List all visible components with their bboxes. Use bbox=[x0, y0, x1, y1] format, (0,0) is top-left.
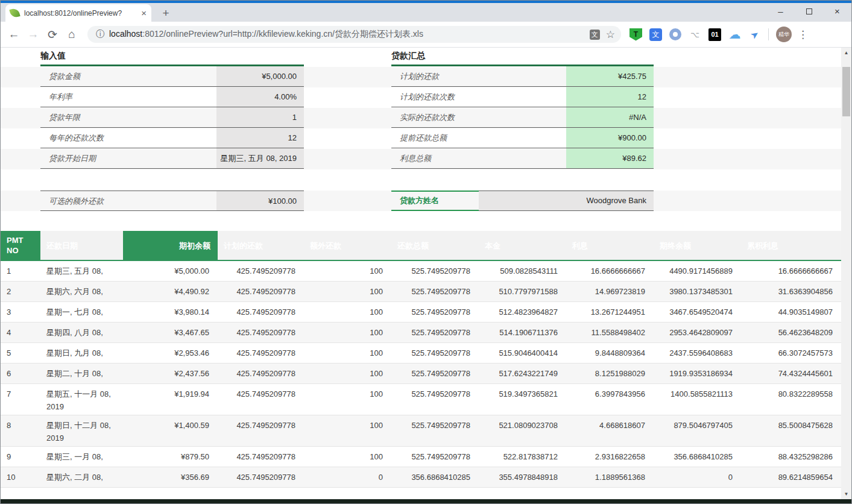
cell: 89.6214859654 bbox=[741, 467, 841, 487]
cell: 356.6868410285 bbox=[654, 447, 741, 467]
lender-row: 贷款方姓名 Woodgrove Bank bbox=[391, 191, 654, 211]
summary-row: 计划的还款¥425.75 bbox=[391, 66, 654, 87]
cell: 5 bbox=[1, 343, 40, 363]
cell: 2.9316822658 bbox=[566, 447, 654, 467]
cell: ¥2,437.56 bbox=[123, 364, 218, 383]
translate-icon[interactable]: 文 bbox=[590, 30, 600, 40]
cell: ¥356.69 bbox=[123, 467, 218, 487]
page-info-icon[interactable]: ⓘ bbox=[96, 29, 104, 40]
cell: 10 bbox=[1, 467, 40, 487]
cell: 425.7495209778 bbox=[218, 364, 304, 383]
cell: 8.1251988029 bbox=[566, 364, 654, 383]
summary-row: 提前还款总额¥900.00 bbox=[391, 128, 654, 148]
cell: 525.7495209778 bbox=[391, 323, 479, 342]
bird-extension-icon[interactable]: ➤ bbox=[746, 25, 763, 43]
table-row: 10星期六, 二月 08, 2020¥356.69425.74952097780… bbox=[1, 467, 841, 488]
back-icon[interactable]: ← bbox=[4, 28, 24, 41]
row-value: ¥89.62 bbox=[566, 148, 654, 168]
row-value: 4.00% bbox=[216, 87, 304, 107]
tab-close-icon[interactable]: × bbox=[141, 8, 147, 18]
column-header: 期初余额 bbox=[123, 231, 218, 260]
maximize-button[interactable] bbox=[795, 1, 823, 22]
sitemap-extension-icon[interactable]: ⌥ bbox=[689, 28, 701, 41]
cell: 0 bbox=[654, 467, 741, 487]
table-row: 1星期三, 五月 08, 2019¥5,000.00425.7495209778… bbox=[1, 261, 841, 282]
window-controls: – × bbox=[766, 1, 851, 22]
profile-avatar[interactable]: 精华 bbox=[776, 27, 792, 42]
cell: 3 bbox=[1, 302, 40, 322]
toolbar-separator bbox=[768, 28, 769, 40]
cell: 2953.4642809097 bbox=[654, 323, 741, 342]
scrollbar-thumb[interactable] bbox=[842, 67, 850, 116]
lender-label: 贷款方姓名 bbox=[391, 191, 479, 211]
browser-window: localhost:8012/onlinePreview? × + – × ← … bbox=[0, 0, 852, 504]
cloud-extension-icon[interactable]: ☁ bbox=[728, 28, 741, 41]
home-icon[interactable]: ⌂ bbox=[62, 28, 81, 41]
cell: 355.4978848918 bbox=[479, 467, 566, 487]
cell: 2 bbox=[1, 282, 40, 301]
forward-icon[interactable]: → bbox=[24, 28, 43, 41]
summary-row: 实际的还款次数#N/A bbox=[391, 107, 654, 128]
table-row: 9星期三, 一月 08, 2020¥879.50425.749520977810… bbox=[1, 447, 841, 467]
cell: 13.2671244951 bbox=[566, 302, 654, 322]
kkfileview-leaf-favicon bbox=[9, 7, 20, 18]
cell: ¥1,400.59 bbox=[123, 415, 218, 446]
cell: 9.8448809364 bbox=[566, 343, 654, 363]
summary-row: 每年的还款次数12 bbox=[40, 128, 304, 148]
cell: 4.668618607 bbox=[566, 415, 654, 446]
cell: 525.7495209778 bbox=[391, 364, 479, 383]
cell: 517.6243221749 bbox=[479, 364, 566, 383]
minimize-button[interactable]: – bbox=[766, 1, 795, 22]
table-row: 3星期一, 七月 08, 2019¥3,980.14425.7495209778… bbox=[1, 302, 841, 323]
cell: 525.7495209778 bbox=[391, 447, 479, 467]
tampermonkey-extension-icon[interactable]: T bbox=[630, 28, 642, 41]
bookmark-star-icon[interactable]: ☆ bbox=[606, 28, 615, 41]
badge01-extension-icon[interactable]: 01 bbox=[708, 28, 721, 41]
cell: 525.7495209778 bbox=[391, 302, 479, 322]
url-path: :8012/onlinePreview?url=http://kkfilevie… bbox=[142, 29, 423, 39]
close-button[interactable]: × bbox=[823, 1, 851, 22]
cell: 521.0809023708 bbox=[479, 415, 566, 446]
summary-row: 利息总额¥89.62 bbox=[391, 148, 654, 169]
cell: 1919.9353186934 bbox=[654, 364, 741, 383]
cell: ¥3,467.65 bbox=[123, 323, 218, 342]
cell: 16.6666666667 bbox=[566, 261, 654, 281]
summary-row: 贷款金额¥5,000.00 bbox=[40, 66, 304, 87]
cell: 4490.9171456889 bbox=[654, 261, 741, 281]
extensions-bar: T 文 ⌥ 01 ☁ ➤ 精华 bbox=[630, 27, 792, 42]
row-value: #N/A bbox=[566, 107, 654, 127]
cell: 14.969723819 bbox=[566, 282, 654, 301]
scroll-down-icon[interactable]: ▼ bbox=[841, 489, 851, 499]
row-label: 贷款开始日期 bbox=[40, 148, 216, 168]
cell: 星期五, 十一月 08, 2019 bbox=[40, 384, 123, 415]
cell: ¥2,953.46 bbox=[123, 343, 218, 363]
reload-icon[interactable]: ⟳ bbox=[43, 28, 62, 42]
cell: 6 bbox=[1, 364, 40, 383]
cell: 100 bbox=[304, 447, 391, 467]
tab-title: localhost:8012/onlinePreview? bbox=[24, 9, 137, 17]
inputs-section-title: 输入值 bbox=[40, 51, 66, 61]
cell: 16.6666666667 bbox=[741, 261, 841, 281]
column-header: 还款日期 bbox=[40, 231, 123, 260]
row-value: 12 bbox=[216, 128, 304, 148]
proxy-extension-icon[interactable] bbox=[669, 28, 681, 40]
summary-row: 贷款年限1 bbox=[40, 107, 304, 128]
vertical-scrollbar[interactable]: ▲ ▼ bbox=[841, 48, 851, 499]
address-bar[interactable]: ⓘ localhost:8012/onlinePreview?url=http:… bbox=[87, 26, 621, 43]
cell: 525.7495209778 bbox=[391, 415, 479, 446]
translate-extension-icon[interactable]: 文 bbox=[649, 28, 662, 41]
browser-tab[interactable]: localhost:8012/onlinePreview? × bbox=[5, 4, 151, 22]
row-label: 可选的额外还款 bbox=[40, 191, 216, 210]
column-header: 还款总额 bbox=[391, 231, 479, 260]
cell: 100 bbox=[304, 415, 391, 446]
cell: 6.3997843956 bbox=[566, 384, 654, 415]
column-header: 累积利息 bbox=[741, 231, 841, 260]
cell: 425.7495209778 bbox=[218, 282, 304, 301]
url-text[interactable]: localhost:8012/onlinePreview?url=http://… bbox=[109, 29, 586, 40]
chrome-menu-icon[interactable]: ⋮ bbox=[798, 28, 808, 41]
cell: 425.7495209778 bbox=[218, 261, 304, 281]
scroll-up-icon[interactable]: ▲ bbox=[841, 48, 851, 58]
new-tab-button[interactable]: + bbox=[159, 7, 173, 21]
cell: 425.7495209778 bbox=[218, 467, 304, 487]
inputs-table: 贷款金额¥5,000.00年利率4.00%贷款年限1每年的还款次数12贷款开始日… bbox=[40, 66, 304, 169]
